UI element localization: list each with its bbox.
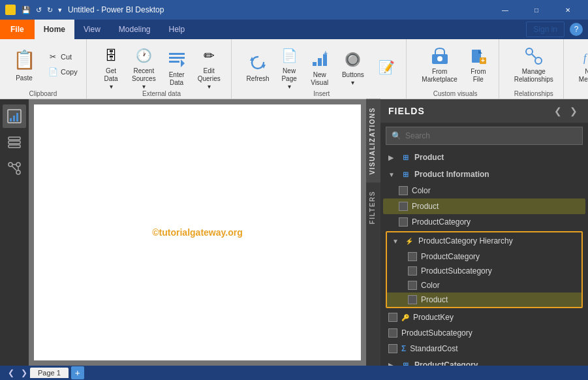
fields-nav-back[interactable]: ❮: [551, 104, 565, 118]
recent-sources-icon: 🕐: [133, 45, 154, 66]
maximize-button[interactable]: □: [521, 0, 551, 20]
field-item-standard-cost[interactable]: Σ StandardCost: [383, 341, 585, 356]
field-item-product-category[interactable]: ProductCategory: [383, 214, 585, 230]
fields-search-box[interactable]: 🔍: [386, 127, 583, 145]
scroll-left-icon[interactable]: ❮: [5, 368, 17, 377]
more-button[interactable]: 📝: [372, 54, 401, 82]
field-item-product[interactable]: Product: [383, 198, 585, 214]
svg-line-38: [12, 166, 16, 170]
recent-sources-button[interactable]: 🕐 RecentSources ▾: [126, 42, 161, 94]
field-label: ProductCategory: [421, 252, 480, 261]
field-checkbox[interactable]: [388, 313, 397, 322]
field-item-product-subcategory[interactable]: ProductSubcategory: [383, 325, 585, 341]
tab-file[interactable]: File: [0, 20, 35, 39]
close-button[interactable]: ✕: [553, 0, 583, 20]
from-file-button[interactable]: + FromFile: [463, 42, 493, 87]
edit-queries-icon: ✏: [198, 45, 219, 66]
new-visual-button[interactable]: + NewVisual: [305, 46, 334, 90]
ribbon-group-insert: Refresh 📄 NewPage ▾ + NewVisual 🔘 Button…: [237, 39, 407, 99]
more-icon: 📝: [376, 57, 397, 78]
app-icon: [5, 5, 16, 15]
tab-help[interactable]: Help: [160, 20, 194, 39]
page-1-tab[interactable]: Page 1: [30, 368, 69, 378]
field-checkbox[interactable]: [408, 266, 417, 276]
field-label: ProductCategory: [412, 217, 471, 227]
field-label: ProductSubcategory: [401, 328, 472, 338]
sign-in-button[interactable]: Sign in: [526, 22, 565, 37]
field-checkbox[interactable]: [408, 295, 417, 304]
field-item-product-root[interactable]: ▶ ⊞ Product: [383, 149, 585, 166]
hierarchy-item-product[interactable]: Product: [387, 293, 581, 307]
relationships-items: ManageRelationships: [510, 42, 558, 96]
scroll-right-icon[interactable]: ❯: [18, 368, 30, 377]
canvas-page[interactable]: ©tutorialgateway.org: [34, 104, 361, 360]
qa-dropdown-button[interactable]: ▾: [56, 5, 64, 16]
field-checkbox[interactable]: [388, 344, 397, 353]
enter-data-button[interactable]: EnterData: [162, 46, 191, 90]
get-data-button[interactable]: 🗄 GetData ▾: [97, 42, 125, 94]
sidebar-data-icon[interactable]: [3, 131, 26, 154]
cut-button[interactable]: ✂ Cut: [44, 50, 81, 64]
expand-icon: ▶: [388, 362, 396, 366]
new-visual-label: NewVisual: [311, 71, 328, 87]
field-item-hierarchy-root[interactable]: ▼ ⚡ ProductCategory Hierarchy: [387, 232, 581, 249]
undo-button[interactable]: ↺: [34, 5, 44, 16]
manage-relationships-button[interactable]: ManageRelationships: [510, 42, 558, 87]
field-checkbox[interactable]: [399, 202, 408, 211]
get-data-label: GetData ▾: [102, 67, 121, 91]
sidebar-report-icon[interactable]: [3, 104, 26, 128]
paste-button[interactable]: 📋 Paste: [5, 44, 43, 86]
search-input[interactable]: [405, 131, 577, 140]
tab-home[interactable]: Home: [35, 20, 74, 39]
field-checkbox[interactable]: [399, 186, 408, 195]
sidebar-model-icon[interactable]: [3, 157, 26, 180]
add-page-button[interactable]: +: [71, 366, 84, 379]
field-checkbox[interactable]: [399, 217, 408, 227]
redo-button[interactable]: ↻: [45, 5, 55, 16]
title-bar-left: 💾 ↺ ↻ ▾ Untitled - Power BI Desktop: [5, 5, 164, 16]
buttons-button[interactable]: 🔘 Buttons ▾: [335, 46, 371, 90]
minimize-button[interactable]: —: [490, 0, 520, 20]
page-scroll-arrows: ❮ ❯: [5, 368, 30, 377]
save-button[interactable]: 💾: [20, 5, 33, 16]
filters-tab[interactable]: FILTERS: [366, 183, 380, 232]
field-label: Product: [414, 153, 444, 162]
field-item-product-category-root[interactable]: ▶ ⊞ ProductCategory: [383, 356, 585, 366]
svg-text:+: +: [324, 50, 328, 57]
field-checkbox[interactable]: [408, 281, 417, 290]
clipboard-group-label: Clipboard: [0, 90, 86, 97]
field-label: Color: [412, 186, 431, 195]
refresh-label: Refresh: [247, 75, 270, 83]
copy-icon: 📄: [48, 67, 58, 77]
edit-queries-button[interactable]: ✏ EditQueries ▾: [192, 42, 226, 94]
tab-modeling[interactable]: Modeling: [110, 20, 160, 39]
hierarchy-item-product-category[interactable]: ProductCategory: [387, 249, 581, 264]
table-icon: ⊞: [400, 169, 410, 180]
copy-button[interactable]: 📄 Copy: [44, 65, 81, 79]
field-checkbox[interactable]: [408, 252, 417, 261]
hierarchy-item-color[interactable]: Color: [387, 278, 581, 293]
svg-rect-29: [16, 113, 18, 121]
new-measure-button[interactable]: fx NewMeasure: [574, 42, 588, 87]
refresh-icon: [247, 53, 268, 74]
fields-nav: ❮ ❯: [551, 104, 580, 118]
from-marketplace-button[interactable]: FromMarketplace: [417, 42, 461, 87]
search-icon: 🔍: [392, 131, 401, 140]
paste-label: Paste: [16, 74, 33, 82]
field-item-product-key[interactable]: 🔑 ProductKey: [383, 309, 585, 325]
fields-nav-forward[interactable]: ❯: [567, 104, 580, 118]
svg-text:+: +: [481, 57, 485, 64]
fields-header: FIELDS ❮ ❯: [380, 99, 588, 123]
svg-text:f: f: [583, 52, 588, 64]
help-button[interactable]: ?: [570, 23, 583, 36]
sigma-icon: Σ: [401, 344, 406, 353]
hierarchy-item-product-subcategory[interactable]: ProductSubcategory: [387, 264, 581, 278]
visualizations-tab[interactable]: VISUALIZATIONS: [366, 99, 380, 183]
field-item-color[interactable]: Color: [383, 183, 585, 198]
buttons-icon: 🔘: [343, 49, 364, 70]
field-item-product-info[interactable]: ▼ ⊞ Product Information: [383, 166, 585, 183]
refresh-button[interactable]: Refresh: [242, 50, 273, 86]
field-checkbox[interactable]: [388, 328, 397, 338]
new-page-button[interactable]: 📄 NewPage ▾: [275, 42, 304, 94]
tab-view[interactable]: View: [74, 20, 110, 39]
